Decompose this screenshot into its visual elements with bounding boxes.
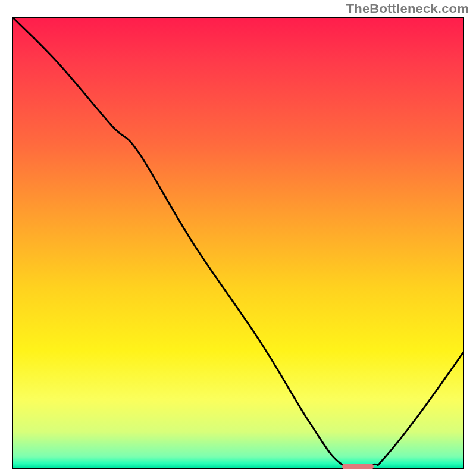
chart-container: TheBottleneck.com: [0, 0, 476, 476]
plot-area: [12, 17, 464, 469]
optimal-marker: [342, 464, 374, 469]
watermark-text: TheBottleneck.com: [346, 1, 469, 17]
bottleneck-curve: [12, 17, 464, 469]
